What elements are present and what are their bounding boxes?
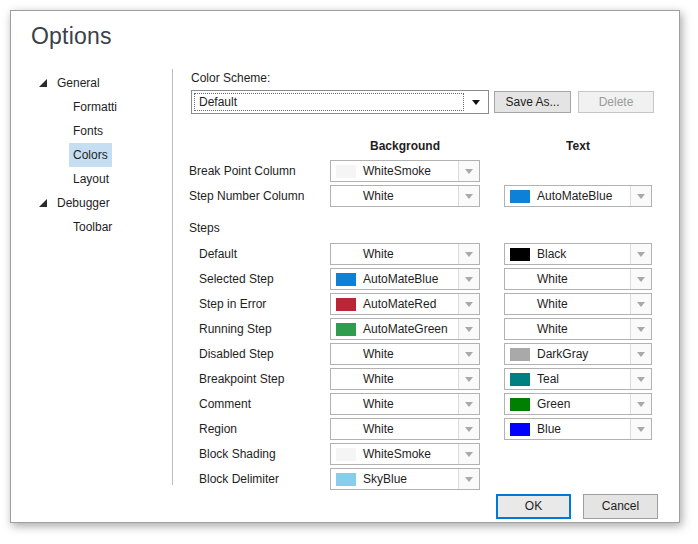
background-color-dropdown[interactable]: SkyBlue: [330, 468, 480, 490]
background-column-header: Background: [330, 139, 480, 153]
dropdown-arrow-button[interactable]: [458, 294, 479, 314]
tree-item-fonts[interactable]: Fonts: [11, 119, 171, 143]
row-label: Region: [199, 418, 237, 440]
dropdown-arrow-button[interactable]: [458, 469, 479, 489]
color-scheme-label: Color Scheme:: [191, 71, 270, 85]
color-name: AutoMateRed: [363, 297, 436, 311]
delete-button[interactable]: Delete: [578, 91, 654, 113]
text-color-dropdown[interactable]: Teal: [504, 368, 652, 390]
color-swatch: [510, 190, 530, 203]
background-color-dropdown[interactable]: White: [330, 343, 480, 365]
dropdown-arrow-button[interactable]: [630, 244, 651, 264]
color-swatch: [510, 423, 530, 436]
color-row-region: Region White Blue: [11, 418, 681, 440]
color-swatch: [510, 348, 530, 361]
background-color-dropdown[interactable]: AutoMateRed: [330, 293, 480, 315]
background-color-dropdown[interactable]: White: [330, 243, 480, 265]
dropdown-arrow-button[interactable]: [458, 444, 479, 464]
color-swatch: [510, 273, 530, 286]
text-column-header: Text: [504, 139, 652, 153]
dropdown-arrow-button[interactable]: [458, 344, 479, 364]
dropdown-arrow-button[interactable]: [630, 269, 651, 289]
color-swatch: [336, 373, 356, 386]
background-color-dropdown[interactable]: WhiteSmoke: [330, 443, 480, 465]
dropdown-arrow-button[interactable]: [458, 186, 479, 206]
text-color-dropdown[interactable]: AutoMateBlue: [504, 185, 652, 207]
color-swatch: [336, 423, 356, 436]
dropdown-arrow-button[interactable]: [458, 319, 479, 339]
background-color-dropdown[interactable]: AutoMateBlue: [330, 268, 480, 290]
dropdown-arrow-button[interactable]: [630, 419, 651, 439]
color-name: White: [537, 272, 568, 286]
dropdown-arrow-button[interactable]: [630, 186, 651, 206]
background-color-dropdown[interactable]: WhiteSmoke: [330, 160, 480, 182]
color-name: WhiteSmoke: [363, 164, 431, 178]
dropdown-arrow-button[interactable]: [630, 369, 651, 389]
color-row-default: Default White Black: [11, 243, 681, 265]
text-color-dropdown[interactable]: White: [504, 318, 652, 340]
background-color-dropdown[interactable]: AutoMateGreen: [330, 318, 480, 340]
background-color-dropdown[interactable]: White: [330, 418, 480, 440]
options-dialog: Options General Formatti Fonts Colors La…: [10, 10, 680, 523]
color-swatch: [336, 473, 356, 486]
dropdown-arrow-button[interactable]: [458, 161, 479, 181]
dropdown-arrow-button[interactable]: [630, 294, 651, 314]
text-color-dropdown[interactable]: DarkGray: [504, 343, 652, 365]
color-name: AutoMateBlue: [537, 189, 612, 203]
color-swatch: [336, 298, 356, 311]
dropdown-arrow-icon: [465, 377, 473, 382]
row-label: Selected Step: [199, 268, 274, 290]
dropdown-arrow-button[interactable]: [458, 269, 479, 289]
dropdown-arrow-icon: [637, 427, 645, 432]
color-name: White: [363, 347, 394, 361]
tree-item-general[interactable]: General: [11, 71, 171, 95]
ok-button[interactable]: OK: [496, 494, 571, 519]
text-color-dropdown[interactable]: Blue: [504, 418, 652, 440]
color-row-running-step: Running Step AutoMateGreen White: [11, 318, 681, 340]
dropdown-arrow-button[interactable]: [458, 369, 479, 389]
dropdown-arrow-icon: [465, 302, 473, 307]
background-color-dropdown[interactable]: White: [330, 368, 480, 390]
color-swatch: [510, 248, 530, 261]
tree-item-label: Fonts: [73, 119, 103, 143]
color-name: Black: [537, 247, 566, 261]
cancel-button[interactable]: Cancel: [583, 494, 658, 519]
save-as-button[interactable]: Save As...: [494, 91, 571, 113]
dialog-title: Options: [31, 23, 112, 50]
dropdown-arrow-button[interactable]: [630, 394, 651, 414]
dropdown-arrow-icon: [465, 169, 473, 174]
dropdown-arrow-icon: [637, 352, 645, 357]
text-color-dropdown[interactable]: White: [504, 293, 652, 315]
row-label: Step Number Column: [189, 185, 304, 207]
row-label: Block Shading: [199, 443, 276, 465]
text-color-dropdown[interactable]: Black: [504, 243, 652, 265]
background-color-dropdown[interactable]: White: [330, 185, 480, 207]
dropdown-arrow-button[interactable]: [630, 344, 651, 364]
steps-section-label: Steps: [189, 221, 220, 235]
row-label: Disabled Step: [199, 343, 274, 365]
tree-item-toolbar[interactable]: Toolbar: [11, 215, 171, 239]
color-name: White: [537, 297, 568, 311]
dropdown-arrow-button[interactable]: [458, 394, 479, 414]
expanded-triangle-icon[interactable]: [39, 79, 47, 87]
text-color-dropdown[interactable]: Green: [504, 393, 652, 415]
focus-rectangle: [194, 93, 464, 111]
color-name: White: [363, 189, 394, 203]
background-color-dropdown[interactable]: White: [330, 393, 480, 415]
row-label: Running Step: [199, 318, 272, 340]
dropdown-arrow-button[interactable]: [458, 244, 479, 264]
color-name: WhiteSmoke: [363, 447, 431, 461]
color-swatch: [336, 348, 356, 361]
color-scheme-dropdown[interactable]: Default: [191, 90, 489, 114]
tree-item-formatti[interactable]: Formatti: [11, 95, 171, 119]
dropdown-arrow-icon: [637, 402, 645, 407]
text-color-dropdown[interactable]: White: [504, 268, 652, 290]
dropdown-arrow-button[interactable]: [630, 319, 651, 339]
tree-item-label: General: [57, 71, 100, 95]
row-label: Comment: [199, 393, 251, 415]
dropdown-arrow-icon: [472, 100, 480, 105]
dropdown-arrow-icon: [637, 302, 645, 307]
dropdown-arrow-button[interactable]: [458, 419, 479, 439]
screen: Options General Formatti Fonts Colors La…: [0, 0, 698, 544]
color-row-disabled-step: Disabled Step White DarkGray: [11, 343, 681, 365]
